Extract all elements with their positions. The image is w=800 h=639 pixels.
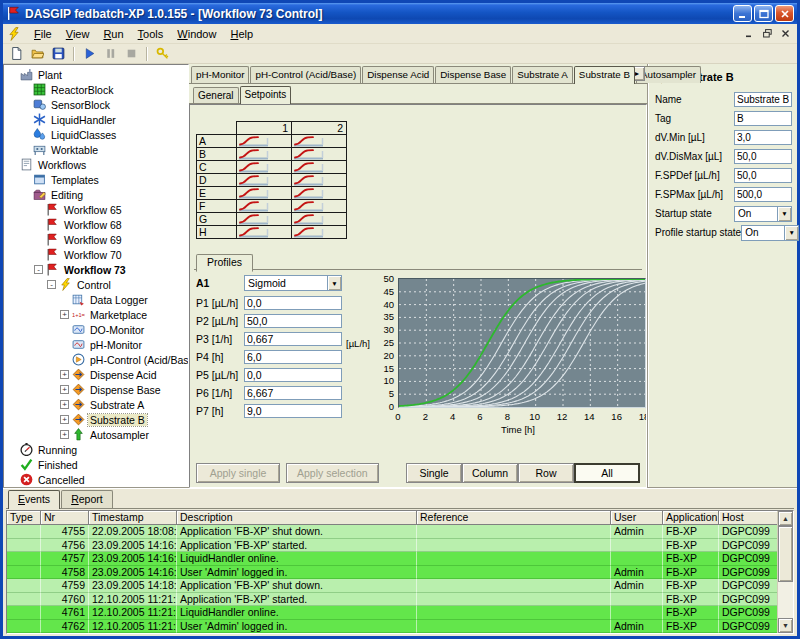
tree-item-editing[interactable]: Editing: [5, 187, 188, 202]
tree-item-workflow-73[interactable]: -Workflow 73: [5, 262, 188, 277]
param-5-input[interactable]: [244, 368, 342, 382]
name-input[interactable]: [734, 92, 792, 107]
grid-cell-D1[interactable]: [237, 174, 292, 187]
grid-row-G[interactable]: G: [197, 213, 237, 226]
tab-ph-monitor[interactable]: pH-Monitor: [191, 66, 249, 83]
new-button[interactable]: [7, 45, 25, 62]
events-tab-report[interactable]: Report: [61, 490, 113, 508]
column-header-application[interactable]: Application: [663, 511, 719, 525]
pause-button[interactable]: [101, 45, 119, 62]
expand-icon[interactable]: +: [60, 430, 69, 439]
grid-cell-E2[interactable]: [292, 187, 347, 200]
tree-item-running[interactable]: Running: [5, 442, 188, 457]
grid-cell-G1[interactable]: [237, 213, 292, 226]
expand-icon[interactable]: +: [60, 400, 69, 409]
param-4-input[interactable]: [244, 350, 342, 364]
column-header-user[interactable]: User: [611, 511, 663, 525]
scrollbar-thumb[interactable]: [778, 526, 793, 582]
grid-cell-F2[interactable]: [292, 200, 347, 213]
tab-dispense-acid[interactable]: Dispense Acid: [362, 66, 434, 83]
event-row-4760[interactable]: 476012.10.2005 11:21:27Application 'FB-X…: [7, 593, 793, 607]
tree-item-liquidhandler[interactable]: LiquidHandler: [5, 112, 188, 127]
tree-item-dispense-base[interactable]: +Dispense Base: [5, 382, 188, 397]
menu-view[interactable]: View: [59, 25, 97, 43]
events-scrollbar[interactable]: ▲ ▼: [777, 511, 793, 633]
mdi-restore-button[interactable]: [759, 27, 775, 41]
event-row-4755[interactable]: 475522.09.2005 18:08:19Application 'FB-X…: [7, 525, 793, 539]
grid-cell-A2[interactable]: [292, 135, 347, 148]
tab-dispense-base[interactable]: Dispense Base: [435, 66, 511, 83]
grid-row-D[interactable]: D: [197, 174, 237, 187]
menu-window[interactable]: Window: [170, 25, 223, 43]
grid-cell-H2[interactable]: [292, 226, 347, 239]
profiles-tab[interactable]: Profiles: [196, 254, 253, 272]
tree-item-reactorblock[interactable]: ReactorBlock: [5, 82, 188, 97]
menu-tools[interactable]: Tools: [131, 25, 171, 43]
column-header-type[interactable]: Type: [7, 511, 41, 525]
param-3-input[interactable]: [244, 332, 342, 346]
expand-icon[interactable]: +: [60, 415, 69, 424]
subtab-general[interactable]: General: [193, 87, 239, 103]
mode-all-button[interactable]: All: [574, 463, 640, 483]
profile-startup-state-select[interactable]: On▼: [741, 225, 799, 241]
startup-state-select[interactable]: On▼: [734, 206, 792, 222]
f-spmax-l-h-input[interactable]: [734, 187, 792, 202]
tree-item-templates[interactable]: Templates: [5, 172, 188, 187]
tree-item-marketplace[interactable]: +1+1=2Marketplace: [5, 307, 188, 322]
maximize-button[interactable]: [754, 5, 773, 22]
param-2-input[interactable]: [244, 314, 342, 328]
grid-cell-H1[interactable]: [237, 226, 292, 239]
grid-row-A[interactable]: A: [197, 135, 237, 148]
subtab-setpoints[interactable]: Setpoints: [240, 86, 292, 104]
mdi-minimize-button[interactable]: [741, 27, 757, 41]
tree-item-sensorblock[interactable]: SensorBlock: [5, 97, 188, 112]
chevron-down-icon[interactable]: ▼: [784, 226, 798, 240]
menu-run[interactable]: Run: [96, 25, 130, 43]
grid-row-C[interactable]: C: [197, 161, 237, 174]
grid-cell-A1[interactable]: [237, 135, 292, 148]
collapse-icon[interactable]: -: [34, 265, 43, 274]
expand-icon[interactable]: +: [60, 310, 69, 319]
event-row-4756[interactable]: 475623.09.2005 14:16:17Application 'FB-X…: [7, 539, 793, 553]
grid-cell-E1[interactable]: [237, 187, 292, 200]
chevron-down-icon[interactable]: ▼: [777, 207, 791, 221]
tree-item-substrate-a[interactable]: +Substrate A: [5, 397, 188, 412]
tree-item-do-monitor[interactable]: DO-Monitor: [5, 322, 188, 337]
tree-item-control[interactable]: -Control: [5, 277, 188, 292]
tree-item-plant[interactable]: Plant: [5, 67, 188, 82]
grid-cell-F1[interactable]: [237, 200, 292, 213]
mode-row-button[interactable]: Row: [518, 463, 574, 483]
tree-item-workflow-69[interactable]: Workflow 69: [5, 232, 188, 247]
grid-row-F[interactable]: F: [197, 200, 237, 213]
tree-item-ph-monitor[interactable]: pH-Monitor: [5, 337, 188, 352]
event-row-4757[interactable]: 475723.09.2005 14:16:28LiquidHandler onl…: [7, 552, 793, 566]
grid-row-H[interactable]: H: [197, 226, 237, 239]
tree-item-cancelled[interactable]: Cancelled: [5, 472, 188, 487]
tree-item-finished[interactable]: Finished: [5, 457, 188, 472]
param-1-input[interactable]: [244, 296, 342, 310]
save-button[interactable]: [49, 45, 67, 62]
column-header-nr[interactable]: Nr: [41, 511, 89, 525]
tree-item-workflow-70[interactable]: Workflow 70: [5, 247, 188, 262]
events-tab-events[interactable]: Events: [8, 490, 60, 509]
grid-cell-C2[interactable]: [292, 161, 347, 174]
key-button[interactable]: [153, 45, 171, 62]
tree-item-liquidclasses[interactable]: LiquidClasses: [5, 127, 188, 142]
apply-selection-button[interactable]: Apply selection: [286, 463, 379, 483]
grid-cell-C1[interactable]: [237, 161, 292, 174]
mdi-close-button[interactable]: [777, 27, 793, 41]
apply-single-button[interactable]: Apply single: [196, 463, 280, 483]
minimize-button[interactable]: [733, 5, 752, 22]
chevron-down-icon[interactable]: ▼: [327, 276, 341, 290]
f-spdef-l-h-input[interactable]: [734, 168, 792, 183]
expand-icon[interactable]: +: [60, 385, 69, 394]
event-row-4758[interactable]: 475823.09.2005 14:16:28User 'Admin' logg…: [7, 566, 793, 580]
grid-cell-G2[interactable]: [292, 213, 347, 226]
column-header-timestamp[interactable]: Timestamp: [89, 511, 177, 525]
tree-item-worktable[interactable]: Worktable: [5, 142, 188, 157]
tree-item-ph-control-acid-base[interactable]: pH-Control (Acid/Base): [5, 352, 188, 367]
collapse-icon[interactable]: -: [47, 280, 56, 289]
expand-icon[interactable]: +: [60, 370, 69, 379]
tree-item-substrate-b[interactable]: +Substrate B: [5, 412, 188, 427]
column-header-description[interactable]: Description: [177, 511, 417, 525]
